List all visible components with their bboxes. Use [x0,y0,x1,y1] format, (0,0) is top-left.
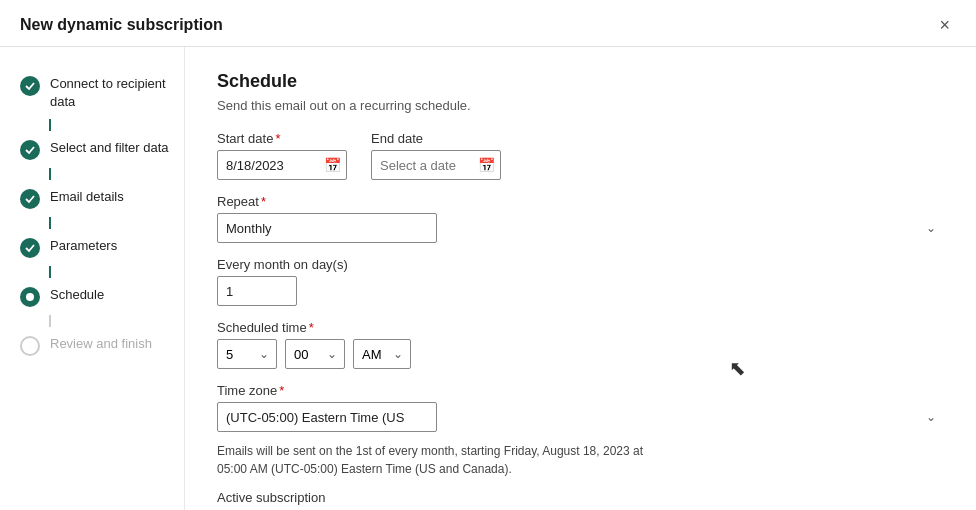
start-date-input[interactable] [217,150,347,180]
minute-wrapper: 00153045 ⌄ [285,339,345,369]
step-label-select: Select and filter data [50,139,169,157]
modal: New dynamic subscription × Connect to re… [0,0,976,510]
modal-title: New dynamic subscription [20,16,223,34]
connector-3 [49,217,51,229]
section-title: Schedule [217,71,944,92]
step-label-schedule: Schedule [50,286,104,304]
scheduled-time-group: Scheduled time* 1234 5678 9101112 ⌄ 0015… [217,320,944,369]
ampm-wrapper: AMPM ⌄ [353,339,411,369]
end-date-input[interactable] [371,150,501,180]
step-label-review: Review and finish [50,335,152,353]
step-label-email: Email details [50,188,124,206]
end-date-wrapper: 📅 [371,150,501,180]
timezone-group: Time zone* (UTC-05:00) Eastern Time (US … [217,383,944,432]
step-icon-parameters [20,238,40,258]
repeat-label: Repeat* [217,194,944,209]
step-label-parameters: Parameters [50,237,117,255]
sidebar-item-select[interactable]: Select and filter data [20,131,184,168]
step-icon-select [20,140,40,160]
sidebar-item-review[interactable]: Review and finish [20,327,184,364]
section-desc: Send this email out on a recurring sched… [217,98,944,113]
connector-4 [49,266,51,278]
date-row: Start date* 📅 End date 📅 [217,131,944,180]
repeat-select[interactable]: Daily Weekly Monthly Yearly [217,213,437,243]
minute-select[interactable]: 00153045 [285,339,345,369]
modal-body: Connect to recipient data Select and fil… [0,47,976,510]
sidebar: Connect to recipient data Select and fil… [0,47,185,510]
start-date-group: Start date* 📅 [217,131,347,180]
repeat-select-wrapper: Daily Weekly Monthly Yearly ⌄ [217,213,944,243]
main-content: Schedule Send this email out on a recurr… [185,47,976,510]
active-subscription-label: Active subscription [217,490,944,505]
step-icon-connect [20,76,40,96]
sidebar-item-parameters[interactable]: Parameters [20,229,184,266]
time-row: 1234 5678 9101112 ⌄ 00153045 ⌄ [217,339,944,369]
chevron-down-icon: ⌄ [926,221,936,235]
timezone-label: Time zone* [217,383,944,398]
info-text: Emails will be sent on the 1st of every … [217,442,667,478]
modal-header: New dynamic subscription × [0,0,976,47]
sidebar-item-connect[interactable]: Connect to recipient data [20,67,184,119]
step-icon-email [20,189,40,209]
timezone-select[interactable]: (UTC-05:00) Eastern Time (US and Canada) [217,402,437,432]
step-label-connect: Connect to recipient data [50,75,184,111]
end-date-label: End date [371,131,501,146]
connector-1 [49,119,51,131]
every-month-group: Every month on day(s) [217,257,944,306]
close-button[interactable]: × [933,14,956,36]
start-date-wrapper: 📅 [217,150,347,180]
sidebar-item-email[interactable]: Email details [20,180,184,217]
timezone-select-wrapper: (UTC-05:00) Eastern Time (US and Canada)… [217,402,944,432]
connector-5 [49,315,51,327]
repeat-group: Repeat* Daily Weekly Monthly Yearly ⌄ [217,194,944,243]
ampm-select[interactable]: AMPM [353,339,411,369]
sidebar-item-schedule[interactable]: Schedule [20,278,184,315]
step-icon-review [20,336,40,356]
start-date-label: Start date* [217,131,347,146]
connector-2 [49,168,51,180]
every-month-input[interactable] [217,276,297,306]
hour-select[interactable]: 1234 5678 9101112 [217,339,277,369]
end-date-group: End date 📅 [371,131,501,180]
hour-wrapper: 1234 5678 9101112 ⌄ [217,339,277,369]
scheduled-time-label: Scheduled time* [217,320,944,335]
step-icon-schedule [20,287,40,307]
timezone-chevron-icon: ⌄ [926,410,936,424]
every-month-label: Every month on day(s) [217,257,944,272]
